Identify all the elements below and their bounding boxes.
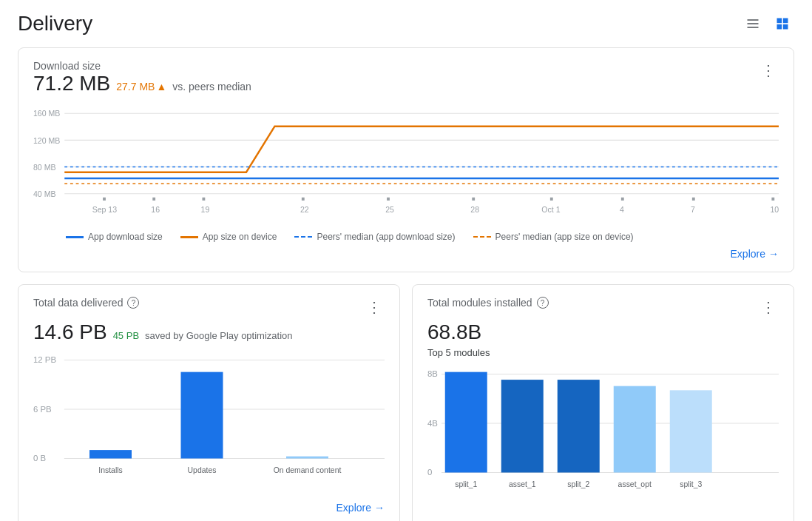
svg-text:Oct 1: Oct 1	[541, 205, 560, 214]
legend-peers-device-line	[473, 236, 491, 238]
svg-rect-33	[771, 198, 774, 201]
svg-text:160 MB: 160 MB	[33, 109, 60, 118]
bar-asset-opt	[614, 386, 656, 473]
svg-text:asset_opt: asset_opt	[618, 480, 652, 488]
legend-peers-download: Peers' median (app download size)	[294, 232, 455, 242]
legend-app-size-device: App size on device	[180, 232, 277, 242]
total-modules-header: Total modules installed ? ⋮	[427, 297, 779, 317]
legend-peers-device-label: Peers' median (app size on device)	[495, 232, 634, 242]
legend-peers-download-line	[294, 236, 312, 238]
svg-text:4: 4	[620, 205, 624, 214]
svg-rect-31	[692, 198, 695, 201]
download-size-delta-label: vs. peers median	[172, 81, 251, 93]
svg-text:Updates: Updates	[188, 466, 217, 474]
svg-text:asset_1: asset_1	[509, 480, 536, 488]
svg-rect-27	[550, 198, 553, 201]
download-size-header: Download size 71.2 MB 27.7 MB ▲ vs. peer…	[33, 60, 779, 104]
total-modules-label: Total modules installed ?	[427, 297, 549, 309]
download-chart-svg: 160 MB 120 MB 80 MB 40 MB	[33, 107, 779, 226]
header-icons	[741, 12, 794, 36]
bar-updates	[181, 372, 223, 459]
svg-rect-1	[748, 23, 759, 24]
svg-rect-3	[777, 19, 782, 24]
svg-text:22: 22	[300, 205, 309, 214]
svg-text:16: 16	[151, 205, 160, 214]
svg-rect-19	[202, 198, 205, 201]
bar-on-demand	[286, 457, 328, 459]
legend-app-device-label: App size on device	[203, 232, 277, 242]
download-size-explore-link[interactable]: Explore →	[33, 248, 779, 260]
download-size-label: Download size	[33, 60, 251, 72]
list-view-button[interactable]	[741, 12, 765, 36]
bar-installs	[89, 450, 132, 458]
legend-app-download-label: App download size	[88, 232, 163, 242]
page-header: Delivery	[18, 12, 794, 36]
svg-rect-15	[103, 198, 106, 201]
download-size-value-row: 71.2 MB 27.7 MB ▲ vs. peers median	[33, 72, 251, 95]
total-modules-value-row: 68.8B	[427, 320, 779, 344]
legend-app-download-line	[66, 236, 84, 238]
total-data-saved-badge: 45 PB	[113, 330, 139, 341]
svg-rect-6	[783, 24, 788, 30]
download-size-chart: 160 MB 120 MB 80 MB 40 MB	[33, 107, 779, 226]
total-data-value: 14.6 PB	[33, 320, 107, 344]
bar-asset1	[501, 380, 544, 472]
download-size-legend: App download size App size on device Pee…	[33, 232, 779, 242]
svg-text:On demand content: On demand content	[274, 466, 342, 474]
total-data-explore-label: Explore	[336, 502, 371, 514]
download-size-value: 71.2 MB	[33, 72, 110, 95]
grid-view-button[interactable]	[771, 12, 794, 36]
svg-text:Sep 13: Sep 13	[92, 205, 117, 214]
total-data-label: Total data delivered ?	[33, 297, 139, 309]
svg-text:8B: 8B	[427, 369, 438, 378]
total-modules-value: 68.8B	[427, 320, 481, 344]
total-data-saved-label: saved by Google Play optimization	[145, 330, 292, 341]
download-size-card: Download size 71.2 MB 27.7 MB ▲ vs. peer…	[18, 47, 794, 272]
legend-peers-download-label: Peers' median (app download size)	[317, 232, 455, 242]
svg-rect-23	[387, 198, 390, 201]
bar-split1	[445, 372, 487, 473]
svg-text:split_1: split_1	[455, 480, 477, 488]
svg-text:Installs: Installs	[98, 466, 123, 474]
svg-rect-2	[748, 27, 759, 28]
svg-text:120 MB: 120 MB	[33, 135, 60, 144]
svg-rect-4	[783, 19, 788, 24]
svg-rect-17	[152, 198, 155, 201]
svg-rect-0	[748, 19, 759, 21]
bar-split3	[670, 390, 712, 472]
total-data-help-icon[interactable]: ?	[127, 297, 139, 309]
total-data-card: Total data delivered ? ⋮ 14.6 PB 45 PB s…	[18, 284, 400, 521]
delta-arrow: ▲	[156, 81, 166, 93]
svg-rect-21	[302, 198, 305, 201]
total-data-value-row: 14.6 PB 45 PB saved by Google Play optim…	[33, 320, 385, 344]
total-data-explore-link[interactable]: Explore →	[33, 502, 385, 514]
download-size-more-button[interactable]: ⋮	[758, 60, 779, 81]
svg-text:28: 28	[470, 205, 479, 214]
svg-text:40 MB: 40 MB	[33, 189, 55, 198]
total-modules-chart-svg: 8B 4B 0 split_1 asset_1 split_2	[427, 367, 779, 515]
top5-label: Top 5 modules	[427, 347, 779, 358]
delta-amount: 27.7 MB	[116, 81, 155, 93]
svg-text:19: 19	[201, 205, 210, 214]
svg-rect-5	[777, 24, 782, 30]
svg-text:split_3: split_3	[680, 480, 702, 488]
total-modules-more-button[interactable]: ⋮	[758, 297, 779, 317]
page-title: Delivery	[18, 12, 92, 36]
svg-rect-29	[621, 198, 624, 201]
legend-peers-device: Peers' median (app size on device)	[473, 232, 634, 242]
explore-arrow-icon-2: →	[374, 502, 385, 514]
total-modules-help-icon[interactable]: ?	[537, 297, 549, 309]
total-data-chart-svg: 12 PB 6 PB 0 B Installs Updates On d	[33, 353, 385, 494]
total-data-more-button[interactable]: ⋮	[364, 297, 385, 317]
bar-split2	[558, 380, 600, 472]
total-modules-card: Total modules installed ? ⋮ 68.8B Top 5 …	[412, 284, 794, 521]
svg-text:25: 25	[385, 205, 394, 214]
download-size-delta: 27.7 MB ▲	[116, 81, 166, 93]
svg-text:12 PB: 12 PB	[33, 355, 56, 364]
total-modules-bar-chart: 8B 4B 0 split_1 asset_1 split_2	[427, 367, 779, 517]
explore-arrow-icon: →	[768, 248, 779, 260]
svg-rect-25	[472, 198, 475, 201]
svg-text:80 MB: 80 MB	[33, 162, 55, 171]
svg-text:4B: 4B	[427, 419, 438, 428]
download-size-explore-label: Explore	[731, 248, 765, 260]
